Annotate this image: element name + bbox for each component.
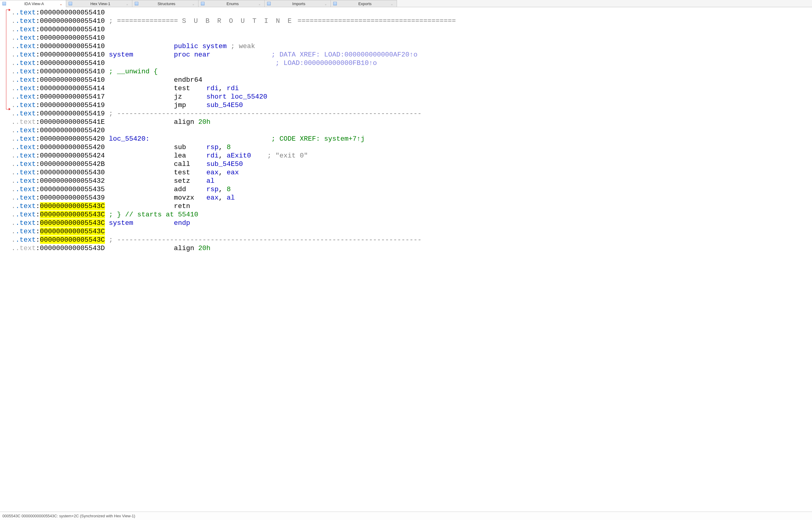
tab-enums[interactable]: Enums <box>199 0 265 7</box>
token: endp <box>174 219 190 227</box>
tab-exports[interactable]: Exports <box>331 0 397 7</box>
asm-line[interactable]: ..text:0000000000055410 public system ; … <box>11 42 812 51</box>
asm-line[interactable]: ..text:0000000000055410 ; __unwind { <box>11 67 812 76</box>
segment-name: .text <box>16 59 36 67</box>
close-icon[interactable] <box>193 2 196 5</box>
colon: : <box>36 194 40 202</box>
address: 0000000000055410 <box>40 43 105 50</box>
code-listing[interactable]: ..text:0000000000055410 ..text:000000000… <box>11 7 812 512</box>
address: 0000000000055410 <box>40 51 105 59</box>
token: 8 <box>227 144 231 151</box>
dot: . <box>11 127 16 134</box>
tab-label: Structures <box>140 1 193 6</box>
token: align <box>174 244 198 252</box>
dot: . <box>11 244 16 252</box>
status-bar: 0005543C 000000000005543C: system+2C (Sy… <box>0 512 812 520</box>
asm-line[interactable]: ..text:000000000005543C retn <box>11 202 812 210</box>
asm-line[interactable]: ..text:0000000000055435 add rsp, 8 <box>11 185 812 193</box>
token: 20h <box>198 118 210 126</box>
token: retn <box>174 202 190 210</box>
asm-line[interactable]: ..text:000000000005541E align 20h <box>11 118 812 126</box>
token: 20h <box>198 244 210 252</box>
token: , <box>219 168 227 177</box>
segment-name: .text <box>16 43 36 50</box>
tab-label: Enums <box>206 1 259 6</box>
asm-line[interactable]: ..text:0000000000055410 system proc near… <box>11 51 812 59</box>
colon: : <box>36 17 40 25</box>
dot: . <box>11 228 16 235</box>
asm-line[interactable]: ..text:0000000000055419 jmp sub_54E50 <box>11 101 812 109</box>
colon: : <box>36 144 40 151</box>
colon: : <box>36 152 40 160</box>
asm-line[interactable]: ..text:0000000000055414 test rdi, rdi <box>11 84 812 93</box>
token: rdi <box>206 152 219 160</box>
dot: . <box>11 177 16 185</box>
asm-line[interactable]: ..text:0000000000055420 loc_55420: ; COD… <box>11 135 812 143</box>
segment-name: .text <box>16 127 36 134</box>
asm-line[interactable]: ..text:0000000000055439 movzx eax, al <box>11 193 812 202</box>
segment-name: .text <box>16 68 36 75</box>
token: ; --------------------------------------… <box>109 236 422 244</box>
disassembly-view[interactable]: ..text:0000000000055410 ..text:000000000… <box>0 7 812 512</box>
segment-name: .text <box>16 51 36 59</box>
segment-name: .text <box>16 144 36 151</box>
close-icon[interactable] <box>60 2 64 5</box>
segment-name: .text <box>16 177 36 185</box>
asm-line[interactable]: ..text:0000000000055410 ; LOAD:000000000… <box>11 59 812 67</box>
token: rdi <box>206 84 219 92</box>
tab-imports[interactable]: Imports <box>265 0 331 7</box>
dot: . <box>11 84 16 92</box>
token <box>109 152 174 160</box>
asm-line[interactable]: ..text:000000000005542B call sub_54E50 <box>11 160 812 168</box>
asm-line[interactable]: ..text:0000000000055410 <box>11 8 812 17</box>
dot: . <box>11 34 16 42</box>
asm-line[interactable]: ..text:0000000000055410 <box>11 25 812 34</box>
segment-name: .text <box>16 110 36 118</box>
close-icon[interactable] <box>391 2 394 5</box>
dot: . <box>11 236 16 244</box>
asm-line[interactable]: ..text:000000000005543C ; } // starts at… <box>11 210 812 219</box>
token: loc_55420: <box>109 135 150 143</box>
colon: : <box>36 177 40 185</box>
token <box>150 135 271 143</box>
asm-line[interactable]: ..text:000000000005543C ; --------------… <box>11 236 812 244</box>
dot: . <box>11 185 16 193</box>
tab-hex-view-1[interactable]: Hex View-1 <box>66 0 132 7</box>
asm-line[interactable]: ..text:0000000000055424 lea rdi, aExit0 … <box>11 152 812 160</box>
asm-line[interactable]: ..text:0000000000055420 sub rsp, 8 <box>11 143 812 152</box>
colon: : <box>36 219 40 227</box>
colon: : <box>36 9 40 17</box>
token: short loc_55420 <box>206 93 268 101</box>
segment-name: .text <box>16 202 36 210</box>
asm-line[interactable]: ..text:0000000000055419 ; --------------… <box>11 109 812 118</box>
tab-ida-view-a[interactable]: IDA View-A <box>0 0 66 7</box>
segment-name: .text <box>16 228 36 235</box>
close-icon[interactable] <box>259 2 262 5</box>
tab-icon <box>69 2 72 5</box>
asm-line[interactable]: ..text:0000000000055410 <box>11 34 812 42</box>
asm-line[interactable]: ..text:0000000000055430 test eax, eax <box>11 168 812 177</box>
close-icon[interactable] <box>127 2 130 5</box>
token <box>109 118 174 126</box>
asm-line[interactable]: ..text:0000000000055432 setz al <box>11 177 812 185</box>
close-icon[interactable] <box>325 2 328 5</box>
token: endbr64 <box>174 76 202 84</box>
segment-name: .text <box>16 84 36 92</box>
tab-structures[interactable]: Structures <box>132 0 199 7</box>
asm-line[interactable]: ..text:0000000000055420 <box>11 126 812 135</box>
asm-line[interactable]: ..text:0000000000055410 ; ==============… <box>11 17 812 25</box>
asm-line[interactable]: ..text:0000000000055410 endbr64 <box>11 76 812 84</box>
dot: . <box>11 51 16 59</box>
segment-name: .text <box>16 168 36 177</box>
asm-line[interactable]: ..text:000000000005543D align 20h <box>11 244 812 253</box>
token: jmp <box>174 101 206 109</box>
asm-line[interactable]: ..text:000000000005543C <box>11 227 812 236</box>
address: 0000000000055435 <box>40 185 105 193</box>
asm-line[interactable]: ..text:000000000005543C system endp <box>11 219 812 227</box>
token <box>109 160 174 168</box>
dot: . <box>11 26 16 33</box>
dot: . <box>11 160 16 168</box>
address: 000000000005542B <box>40 160 105 168</box>
token <box>109 168 174 177</box>
asm-line[interactable]: ..text:0000000000055417 jz short loc_554… <box>11 93 812 101</box>
